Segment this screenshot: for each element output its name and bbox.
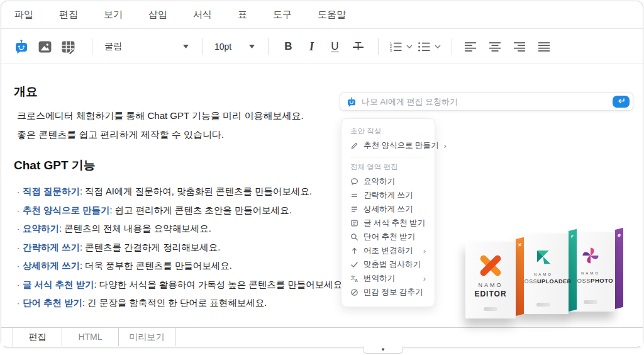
align-center-button[interactable] xyxy=(489,42,501,52)
list-bullet: · xyxy=(17,262,19,271)
table-edit-icon xyxy=(61,40,75,54)
strikethrough-button[interactable]: T xyxy=(347,37,370,56)
menu-tools[interactable]: 도구 xyxy=(273,9,292,21)
menu-help[interactable]: 도움말 xyxy=(318,9,346,21)
feature-list: ·직접 질문하기: 직접 AI에게 질문하여, 맞춤화된 콘텐츠를 만들어보세요… xyxy=(14,183,336,313)
feature-label: 추천 양식으로 만들기 xyxy=(23,205,110,215)
bold-button[interactable]: B xyxy=(277,37,300,56)
product-brand: NAMO xyxy=(479,282,503,288)
menu-item-change-tone[interactable]: 어조 변경하기 › xyxy=(341,244,435,257)
menu-section-draft: 초안 작성 xyxy=(341,127,435,135)
menu-item-label: 요약하기 xyxy=(364,176,395,187)
menu-insert[interactable]: 삽입 xyxy=(148,9,167,21)
ai-prompt-input[interactable] xyxy=(362,97,613,106)
feature-label: 상세하게 쓰기 xyxy=(23,261,80,271)
bullet-list-icon xyxy=(418,41,431,52)
menu-item-translate[interactable]: 文A 번역하기 › xyxy=(341,271,435,285)
menu-bar: 파일 편집 보기 삽입 서식 표 도구 도움말 xyxy=(1,1,643,29)
features-heading: Chat GPT 기능 xyxy=(14,158,336,172)
menu-file[interactable]: 파일 xyxy=(14,9,33,21)
product-name: EDITOR xyxy=(474,290,506,298)
feature-item: ·단어 추천 받기: 긴 문장을 함축적인 한 단어로 표현해보세요. xyxy=(17,294,336,313)
feature-label: 글 서식 추천 받기 xyxy=(23,279,94,290)
translate-icon: 文A xyxy=(350,274,358,283)
text-format-icon xyxy=(350,219,358,227)
menu-item-hide-sensitive-info[interactable]: 민감 정보 감추기 xyxy=(341,285,435,299)
feature-label: 간략하게 쓰기 xyxy=(23,242,80,252)
menu-edit[interactable]: 편집 xyxy=(59,9,78,21)
ai-robot-icon xyxy=(347,97,357,107)
toolbar-separator xyxy=(202,38,203,55)
menu-item-write-briefly[interactable]: 간략하게 쓰기 xyxy=(341,188,435,202)
speech-bubble-icon xyxy=(350,178,358,186)
toolbar-separator xyxy=(92,38,92,55)
font-size-value: 10pt xyxy=(214,42,231,52)
menu-item-summarize[interactable]: 요약하기 xyxy=(341,174,435,188)
list-bullet: · xyxy=(17,244,19,252)
ai-robot-icon xyxy=(14,38,29,55)
tab-preview[interactable]: 미리보기 xyxy=(119,328,175,346)
list-bullet: · xyxy=(17,188,19,196)
underline-button[interactable]: U xyxy=(323,37,347,56)
overview-heading: 개요 xyxy=(14,84,336,99)
product-brand: NAMO xyxy=(534,273,553,276)
ai-prompt-bar xyxy=(340,93,633,111)
hide-info-icon xyxy=(350,288,358,296)
ordered-list-icon: 1 2 3 xyxy=(389,41,402,52)
two-lines-icon xyxy=(350,191,358,200)
feature-desc: : 직접 AI에게 질문하여, 맞춤화된 콘텐츠를 만들어보세요. xyxy=(80,186,312,196)
feature-item: ·상세하게 쓰기: 더욱 풍부한 콘텐츠를 만들어보세요. xyxy=(17,257,336,276)
editor-resize-handle[interactable]: ▾ xyxy=(363,346,403,354)
menu-item-write-in-detail[interactable]: 상세하게 쓰기 xyxy=(341,202,435,216)
svg-text:3: 3 xyxy=(390,48,392,52)
document-text: 개요 크로스에디터 체험하기를 통해 Chat GPT 기능을 미리 이용해보세… xyxy=(14,84,336,313)
dropdown-arrow-icon xyxy=(183,45,189,48)
editor-frame: 파일 편집 보기 삽입 서식 표 도구 도움말 xyxy=(1,1,643,347)
align-left-button[interactable] xyxy=(464,42,477,52)
chevron-right-icon: › xyxy=(423,274,426,283)
feature-label: 요약하기 xyxy=(23,223,59,234)
insert-table-button[interactable] xyxy=(60,39,75,54)
view-tab-bar: 편집 HTML 미리보기 xyxy=(1,327,643,346)
feature-desc: : 다양한 서식을 활용하여 가독성 높은 콘텐츠를 만들어보세요. xyxy=(94,279,345,290)
svg-text:A: A xyxy=(355,278,358,283)
insert-image-button[interactable] xyxy=(37,39,52,54)
product-boxes-image: NAMO CROSSPHOTO NAMO CROSSUPL xyxy=(465,213,639,320)
feature-item: ·추천 양식으로 만들기: 쉽고 편리하게 콘텐츠 초안을 만들어보세요. xyxy=(17,201,336,220)
menu-view[interactable]: 보기 xyxy=(104,9,123,21)
publisher-logo xyxy=(484,307,497,311)
tab-edit[interactable]: 편집 xyxy=(13,328,62,346)
menu-item-format-suggestion[interactable]: 글 서식 추천 받기 xyxy=(341,216,435,230)
menu-table[interactable]: 표 xyxy=(238,9,247,21)
menu-format[interactable]: 서식 xyxy=(193,9,212,21)
italic-button[interactable]: I xyxy=(300,37,323,56)
crossphoto-spine xyxy=(615,228,623,309)
ordered-list-button[interactable]: 1 2 3 xyxy=(389,41,413,52)
publisher-logo xyxy=(584,300,597,304)
menu-item-label: 번역하기 xyxy=(364,273,395,284)
dropdown-arrow-icon xyxy=(249,45,255,48)
ai-submit-button[interactable] xyxy=(613,96,630,108)
feature-desc: : 쉽고 편리하게 콘텐츠 초안을 만들어보세요. xyxy=(110,205,292,215)
font-size-select[interactable]: 10pt xyxy=(211,42,260,52)
menu-item-word-suggestion[interactable]: 단어 추천 받기 xyxy=(341,230,435,244)
tab-html[interactable]: HTML xyxy=(62,328,119,346)
align-justify-button[interactable] xyxy=(538,42,550,52)
editor-content-area[interactable]: 개요 크로스에디터 체험하기를 통해 Chat GPT 기능을 미리 이용해보세… xyxy=(1,65,643,327)
align-right-button[interactable] xyxy=(513,42,526,52)
alignment-group xyxy=(464,42,550,52)
menu-item-label: 추천 양식으로 만들기 xyxy=(364,140,438,151)
chevron-down-icon xyxy=(435,45,441,49)
feature-desc: : 더욱 풍부한 콘텐츠를 만들어보세요. xyxy=(80,261,232,271)
menu-item-label: 민감 정보 감추기 xyxy=(364,287,423,298)
bullet-list-button[interactable] xyxy=(418,41,441,52)
menu-item-spellcheck[interactable]: 맞춤법 검사하기 xyxy=(341,257,435,271)
menu-item-label: 간략하게 쓰기 xyxy=(364,190,413,201)
crossuploader-arrow-logo xyxy=(534,247,553,266)
chevron-right-icon: › xyxy=(443,142,446,150)
ai-assistant-button[interactable] xyxy=(14,39,29,54)
crossuploader-spine xyxy=(569,229,577,312)
menu-item-recommended-template[interactable]: 추천 양식으로 만들기 › xyxy=(341,138,435,152)
feature-label: 직접 질문하기 xyxy=(23,186,80,196)
font-family-select[interactable]: 굴림 xyxy=(101,41,194,52)
